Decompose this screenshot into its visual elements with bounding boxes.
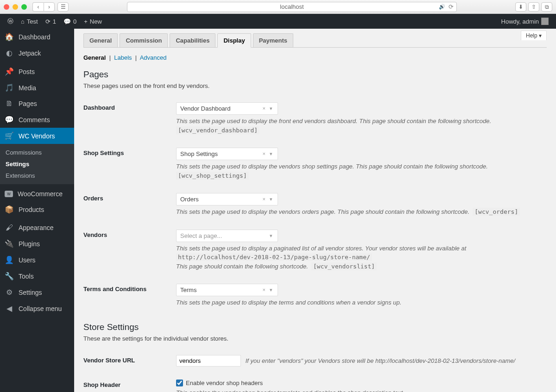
new-content-link[interactable]: +New xyxy=(80,14,106,29)
submenu-settings[interactable]: Settings xyxy=(0,158,74,170)
vendors-label: Vendors xyxy=(83,230,176,271)
tab-commission[interactable]: Commission xyxy=(120,33,168,47)
sidebar-item-comments[interactable]: 💬Comments xyxy=(0,112,74,128)
maximize-window-icon[interactable] xyxy=(21,4,27,10)
sidebar-item-jetpack[interactable]: ◐Jetpack xyxy=(0,45,74,61)
close-window-icon[interactable] xyxy=(4,4,9,10)
shop-page-select[interactable]: Shop Settings× ▾ xyxy=(176,148,278,160)
update-icon: ⟳ xyxy=(45,18,51,25)
address-text: localhost xyxy=(280,3,303,10)
comment-icon: 💬 xyxy=(63,18,71,25)
terms-page-select[interactable]: Terms× ▾ xyxy=(176,284,278,296)
store-url-label: Vendor Store URL xyxy=(83,355,176,367)
dashboard-icon: 🏠 xyxy=(5,32,14,41)
help-button[interactable]: Help ▾ xyxy=(521,31,547,40)
vendors-page-select[interactable]: Select a page...▾ xyxy=(176,230,278,242)
main-content: General Commission Capabilities Display … xyxy=(74,29,556,392)
speaker-icon[interactable]: 🔊 xyxy=(439,4,445,10)
sidebar-item-dashboard[interactable]: 🏠Dashboard xyxy=(0,29,74,45)
sidebar-item-posts[interactable]: 📌Posts xyxy=(0,63,74,80)
sidebar-item-settings[interactable]: ⚙Settings xyxy=(0,284,74,300)
shop-label: Shop Settings xyxy=(83,148,176,180)
back-button[interactable]: ‹ xyxy=(32,2,44,12)
plus-icon: + xyxy=(84,18,88,25)
submenu-extensions[interactable]: Extensions xyxy=(0,170,74,181)
users-icon: 👤 xyxy=(5,255,14,264)
cart-icon: 🛒 xyxy=(5,131,14,140)
sidebar-item-products[interactable]: 📦Products xyxy=(0,201,74,218)
settings-icon: ⚙ xyxy=(5,288,14,297)
address-bar[interactable]: localhost 🔊 ⟳ xyxy=(127,2,457,12)
minimize-window-icon[interactable] xyxy=(13,4,18,10)
appearance-icon: 🖌 xyxy=(5,224,14,232)
woocommerce-icon: w xyxy=(5,191,13,197)
orders-label: Orders xyxy=(83,193,176,217)
wp-admin-bar: ⓦ ⌂Test ⟳1 💬0 +New Howdy, admin xyxy=(0,14,556,29)
sidebar-collapse[interactable]: ◀Collapse menu xyxy=(0,300,74,317)
shop-header-checkbox-label: Enable vendor shop headers xyxy=(186,380,263,386)
sidebar-item-woocommerce[interactable]: wWooCommerce xyxy=(0,187,74,201)
subtab-labels[interactable]: Labels xyxy=(114,54,132,61)
pin-icon: 📌 xyxy=(5,67,14,76)
pages-icon: 🗎 xyxy=(5,100,14,108)
submenu-commissions[interactable]: Commissions xyxy=(0,147,74,158)
forward-button[interactable]: › xyxy=(44,2,55,12)
dashboard-help: This sets the page used to display the f… xyxy=(176,117,547,135)
browser-chrome: ‹ › ☰ localhost 🔊 ⟳ ⬇ ⇧ ⧉ xyxy=(0,0,556,14)
sidebar-item-appearance[interactable]: 🖌Appearance xyxy=(0,220,74,236)
jetpack-icon: ◐ xyxy=(5,49,14,57)
subtab-general[interactable]: General xyxy=(83,54,106,61)
shop-header-checkbox[interactable] xyxy=(176,380,183,386)
wp-logo-link[interactable]: ⓦ xyxy=(4,14,17,29)
vendors-help: This sets the page used to display a pag… xyxy=(176,244,547,271)
avatar-icon xyxy=(541,18,549,25)
dashboard-page-select[interactable]: Vendor Dashboard× ▾ xyxy=(176,102,278,115)
pages-heading: Pages xyxy=(83,69,547,80)
updates-link[interactable]: ⟳1 xyxy=(42,14,60,29)
media-icon: 🎵 xyxy=(5,83,14,92)
tab-display[interactable]: Display xyxy=(217,33,251,48)
shop-header-help: This enables the vendor shop header temp… xyxy=(176,388,547,392)
store-url-input[interactable] xyxy=(176,355,241,367)
sidebar-submenu: Commissions Settings Extensions xyxy=(0,144,74,184)
sidebar-item-media[interactable]: 🎵Media xyxy=(0,80,74,96)
select-controls-icon: × ▾ xyxy=(263,196,274,202)
tab-general[interactable]: General xyxy=(83,33,118,47)
terms-label: Terms and Conditions xyxy=(83,284,176,307)
orders-help: This sets the page used to display the v… xyxy=(176,207,547,217)
chevron-down-icon: ▾ xyxy=(270,233,274,239)
comments-link[interactable]: 💬0 xyxy=(60,14,80,29)
shop-header-label: Shop Header xyxy=(83,380,176,392)
share-button[interactable]: ⇧ xyxy=(528,2,539,12)
site-link[interactable]: ⌂Test xyxy=(17,14,42,29)
subtab-advanced[interactable]: Advanced xyxy=(140,54,167,61)
tabs-button[interactable]: ⧉ xyxy=(541,2,552,12)
download-button[interactable]: ⬇ xyxy=(515,2,526,12)
admin-sidebar: 🏠Dashboard ◐Jetpack 📌Posts 🎵Media 🗎Pages… xyxy=(0,29,74,392)
sidebar-toggle-button[interactable]: ☰ xyxy=(57,2,69,12)
tools-icon: 🔧 xyxy=(5,272,14,280)
products-icon: 📦 xyxy=(5,205,14,214)
account-link[interactable]: Howdy, admin xyxy=(498,14,552,29)
tab-capabilities[interactable]: Capabilities xyxy=(170,33,215,47)
pages-desc: These pages used on the front end by ven… xyxy=(83,82,547,89)
shop-help: This sets the page used to display the v… xyxy=(176,162,547,180)
sidebar-item-users[interactable]: 👤Users xyxy=(0,252,74,268)
reload-icon[interactable]: ⟳ xyxy=(449,3,454,10)
orders-page-select[interactable]: Orders× ▾ xyxy=(176,193,278,205)
sidebar-item-tools[interactable]: 🔧Tools xyxy=(0,268,74,284)
sub-tabs: General | Labels | Advanced xyxy=(83,54,547,61)
sidebar-item-plugins[interactable]: 🔌Plugins xyxy=(0,236,74,252)
window-controls xyxy=(4,4,27,10)
dashboard-label: Dashboard xyxy=(83,102,176,135)
select-controls-icon: × ▾ xyxy=(263,151,274,157)
sidebar-item-wcvendors[interactable]: 🛒WC Vendors xyxy=(0,128,74,144)
wordpress-icon: ⓦ xyxy=(7,17,13,25)
select-controls-icon: × ▾ xyxy=(263,287,274,293)
tab-payments[interactable]: Payments xyxy=(253,33,293,47)
store-heading: Store Settings xyxy=(83,322,547,332)
comments-icon: 💬 xyxy=(5,115,14,124)
store-desc: These are the settings for the individua… xyxy=(83,335,547,342)
plugins-icon: 🔌 xyxy=(5,239,14,248)
sidebar-item-pages[interactable]: 🗎Pages xyxy=(0,96,74,112)
